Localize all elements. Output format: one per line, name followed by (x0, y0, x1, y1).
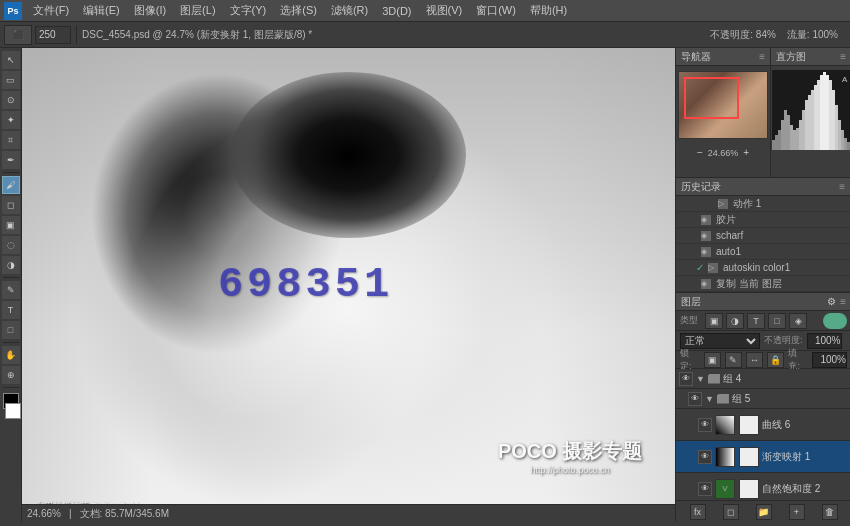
main-area: ↖ ▭ ⊙ ✦ ⌗ ✒ 🖌 ◻ ▣ ◌ ◑ ✎ T □ ✋ ⊕ 698351 (0, 48, 850, 522)
menu-layer[interactable]: 图层(L) (174, 1, 221, 20)
filter-pixel[interactable]: ▣ (705, 313, 723, 329)
new-group-button[interactable]: 📁 (756, 504, 772, 520)
filter-shape[interactable]: □ (768, 313, 786, 329)
history-item[interactable]: ✓ ▷ autoskin color1 (676, 260, 850, 276)
layer-visibility-toggle[interactable]: 👁 (688, 392, 702, 406)
tool-lasso[interactable]: ⊙ (2, 91, 20, 109)
layer-item[interactable]: 👁 渐变映射 1 (676, 441, 850, 473)
history-title: 历史记录 (681, 180, 721, 194)
history-item[interactable]: ◈ 复制 当前 图层 (676, 276, 850, 292)
menu-select[interactable]: 选择(S) (274, 1, 323, 20)
menu-edit[interactable]: 编辑(E) (77, 1, 126, 20)
menu-3d[interactable]: 3D(D) (376, 3, 417, 19)
tool-hand[interactable]: ✋ (2, 346, 20, 364)
layers-expand[interactable]: ≡ (840, 296, 846, 307)
tool-preset[interactable]: ⬛ (4, 25, 32, 45)
zoom-in-icon[interactable]: + (743, 147, 749, 158)
layer-item[interactable]: 👁 ▼ 组 4 (676, 369, 850, 389)
layer-visibility-toggle[interactable]: 👁 (679, 372, 693, 386)
svg-rect-15 (814, 85, 817, 150)
tool-text[interactable]: T (2, 301, 20, 319)
folder-icon (717, 394, 729, 404)
add-mask-button[interactable]: ◻ (723, 504, 739, 520)
layer-item[interactable]: 👁 ▼ 组 5 (676, 389, 850, 409)
fill-input[interactable] (812, 352, 847, 368)
opacity-input[interactable] (807, 333, 842, 349)
layers-title: 图层 (681, 295, 701, 309)
layer-item[interactable]: 👁 曲线 6 (676, 409, 850, 441)
menu-text[interactable]: 文字(Y) (224, 1, 273, 20)
history-list: ▷ 动作 1 ◈ 胶片 ◈ scharf ◈ auto1 ✓ ▷ (676, 196, 850, 292)
filter-adjust[interactable]: ◑ (726, 313, 744, 329)
background-color[interactable] (5, 403, 21, 419)
lock-transparent[interactable]: ▣ (704, 352, 721, 368)
layer-group-expand[interactable]: ▼ (705, 394, 714, 404)
nav-selection-box (684, 77, 739, 119)
fill-lock-row: 锁定: ▣ ✎ ↔ 🔒 填充: (676, 351, 850, 369)
add-fill-button[interactable]: fx (690, 504, 706, 520)
tool-gradient[interactable]: ▣ (2, 216, 20, 234)
navigator-zoom-controls: − 24.66% + (676, 144, 770, 161)
app-logo: Ps (4, 2, 22, 20)
history-expand[interactable]: ≡ (839, 181, 845, 192)
layers-filter-icon[interactable]: ⚙ (827, 296, 836, 307)
histogram-expand[interactable]: ≡ (840, 51, 846, 62)
opacity-display: 不透明度: 84% (710, 28, 776, 42)
layer-item[interactable]: 👁 V 自然饱和度 2 (676, 473, 850, 500)
tool-move[interactable]: ↖ (2, 51, 20, 69)
canvas-zoom-percent: 24.66% (27, 508, 61, 519)
tool-shape[interactable]: □ (2, 321, 20, 339)
tool-brush[interactable]: 🖌 (2, 176, 20, 194)
tool-eraser[interactable]: ◻ (2, 196, 20, 214)
zoom-value: 24.66% (708, 148, 739, 158)
delete-layer-button[interactable]: 🗑 (822, 504, 838, 520)
histogram-svg: A (772, 70, 850, 150)
menu-help[interactable]: 帮助(H) (524, 1, 573, 20)
lock-all[interactable]: 🔒 (767, 352, 784, 368)
canvas-status-sep: | (69, 508, 72, 519)
menu-window[interactable]: 窗口(W) (470, 1, 522, 20)
tool-eyedropper[interactable]: ✒ (2, 151, 20, 169)
svg-rect-2 (775, 135, 778, 150)
zoom-out-icon[interactable]: − (697, 147, 703, 158)
layer-name: 自然饱和度 2 (762, 482, 848, 496)
brush-size-input[interactable] (35, 26, 71, 44)
history-item[interactable]: ◈ auto1 (676, 244, 850, 260)
tool-magic-wand[interactable]: ✦ (2, 111, 20, 129)
nav-hist-container: 导航器 ≡ − 24.66% + 直方图 ≡ (676, 48, 850, 178)
svg-rect-7 (790, 125, 793, 150)
lock-paint[interactable]: ✎ (725, 352, 742, 368)
layers-header: 图层 ⚙ ≡ (676, 293, 850, 311)
canvas-area[interactable]: 698351 POCO 摄影专题 http://photo.poco.cn 实用… (22, 48, 675, 522)
layer-group-expand[interactable]: ▼ (696, 374, 705, 384)
history-label: 复制 当前 图层 (716, 277, 782, 291)
tool-sep4 (3, 387, 19, 388)
filter-text[interactable]: T (747, 313, 765, 329)
history-item[interactable]: ◈ 胶片 (676, 212, 850, 228)
tool-blur[interactable]: ◌ (2, 236, 20, 254)
lock-move[interactable]: ↔ (746, 352, 763, 368)
tool-zoom[interactable]: ⊕ (2, 366, 20, 384)
layer-visibility-toggle[interactable]: 👁 (698, 418, 712, 432)
filter-toggle[interactable] (823, 313, 847, 329)
filter-smart[interactable]: ◈ (789, 313, 807, 329)
tool-crop[interactable]: ⌗ (2, 131, 20, 149)
menu-file[interactable]: 文件(F) (27, 1, 75, 20)
tool-sep3 (3, 342, 19, 343)
new-layer-button[interactable]: + (789, 504, 805, 520)
history-icon: ◈ (701, 215, 711, 225)
svg-rect-24 (841, 130, 844, 150)
history-item[interactable]: ▷ 动作 1 (676, 196, 850, 212)
history-item[interactable]: ◈ scharf (676, 228, 850, 244)
layer-visibility-toggle[interactable]: 👁 (698, 482, 712, 496)
navigator-expand[interactable]: ≡ (759, 51, 765, 62)
menu-filter[interactable]: 滤镜(R) (325, 1, 374, 20)
svg-rect-3 (778, 130, 781, 150)
tool-path[interactable]: ✎ (2, 281, 20, 299)
tool-select-rect[interactable]: ▭ (2, 71, 20, 89)
layer-visibility-toggle[interactable]: 👁 (698, 450, 712, 464)
folder-icon (708, 374, 720, 384)
menu-view[interactable]: 视图(V) (420, 1, 469, 20)
tool-dodge[interactable]: ◑ (2, 256, 20, 274)
menu-image[interactable]: 图像(I) (128, 1, 172, 20)
